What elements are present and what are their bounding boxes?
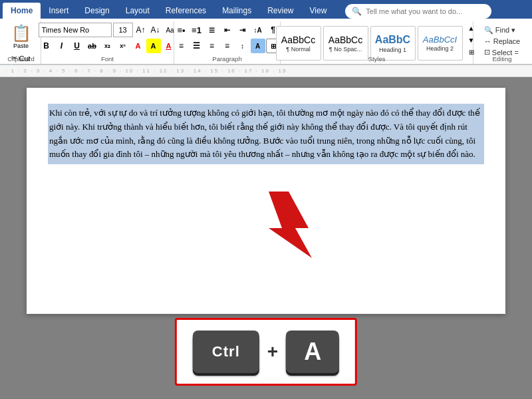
svg-marker-0 xyxy=(269,192,312,258)
tab-view[interactable]: View xyxy=(302,3,335,19)
multilevel-button[interactable]: ☰ xyxy=(205,23,219,37)
select-icon: ⊡ xyxy=(484,48,490,57)
tab-review[interactable]: Review xyxy=(259,3,301,19)
ribbon-group-paragraph: ≡• ≡1 ☰ ⇤ ⇥ ↕A ¶ ≡ ☰ ≡ ≡ ↕ A ⊞ Paragraph xyxy=(174,21,281,64)
increase-indent-button[interactable]: ⇥ xyxy=(235,23,250,37)
ribbon-group-clipboard: 📋 Paste ✂ Cut 📄 Copy 🖌 Clipboard xyxy=(1,21,41,64)
numbering-button[interactable]: ≡1 xyxy=(190,23,204,37)
replace-icon: ↔ xyxy=(484,37,491,45)
bullets-button[interactable]: ≡• xyxy=(174,23,189,37)
font-name-input[interactable] xyxy=(39,23,112,37)
font-grow-button[interactable]: A↑ xyxy=(134,23,148,37)
line-spacing-button[interactable]: ↕ xyxy=(235,39,250,53)
ctrl-key: Ctrl xyxy=(193,331,259,373)
shading-button[interactable]: A xyxy=(251,39,265,53)
style-h2-preview: AaBbCcI xyxy=(423,35,457,45)
tab-references[interactable]: References xyxy=(158,3,214,19)
styles-group-label: Styles xyxy=(368,55,386,63)
document-area: Khi còn trẻ, với sự tự do và trí tưởng t… xyxy=(0,77,532,399)
superscript-button[interactable]: xⁿ xyxy=(116,39,130,53)
align-left-button[interactable]: ≡ xyxy=(174,39,189,53)
plus-symbol: + xyxy=(267,341,278,362)
editing-group-label: Editing xyxy=(492,55,511,63)
document-page[interactable]: Khi còn trẻ, với sự tự do và trí tưởng t… xyxy=(27,88,505,314)
font-group-label: Font xyxy=(101,55,114,63)
document-text: Khi còn trẻ, với sự tự do và trí tưởng t… xyxy=(48,104,484,164)
italic-button[interactable]: I xyxy=(55,39,69,53)
tab-mailings[interactable]: Mailings xyxy=(214,3,259,19)
style-no-spacing[interactable]: AaBbCc ¶ No Spac... xyxy=(323,26,368,61)
style-h2-label: Heading 2 xyxy=(426,45,454,52)
paragraph-group-label: Paragraph xyxy=(212,55,241,63)
style-h1-label: Heading 1 xyxy=(379,47,406,53)
ruler-inner: · 1 · 2 · 3 · 4 · 5 · 6 · 7 · 8 · 9 · 10… xyxy=(5,68,527,74)
align-center-button[interactable]: ☰ xyxy=(190,39,204,53)
font-shrink-button[interactable]: A↓ xyxy=(149,23,162,37)
clipboard-group-label: Clipboard xyxy=(7,55,35,63)
font-size-input[interactable] xyxy=(113,23,133,37)
shortcut-box: Ctrl + A xyxy=(175,318,357,386)
underline-button[interactable]: U xyxy=(70,39,84,53)
find-icon: 🔍 xyxy=(484,26,493,35)
tab-home[interactable]: Home xyxy=(3,3,41,19)
bold-button[interactable]: B xyxy=(39,39,54,53)
tab-insert[interactable]: Insert xyxy=(41,3,76,19)
highlight-button[interactable]: A xyxy=(146,39,161,53)
style-normal-label: ¶ Normal xyxy=(286,46,310,53)
style-normal-preview: AaBbCc xyxy=(281,35,315,45)
arrow-overlay xyxy=(249,192,335,261)
paste-icon: 📋 xyxy=(11,24,31,43)
ribbon-tabs: Home Insert Design Layout References Mai… xyxy=(0,0,532,19)
search-input[interactable] xyxy=(366,7,485,15)
text-effect-button[interactable]: A xyxy=(131,39,146,53)
format-row: B I U ab x₂ xⁿ A A A xyxy=(39,39,176,53)
paste-button[interactable]: 📋 Paste xyxy=(9,23,34,51)
ribbon-group-styles: AaBbCc ¶ Normal AaBbCc ¶ No Spac... AaBb… xyxy=(281,21,473,64)
justify-button[interactable]: ≡ xyxy=(220,39,235,53)
ribbon-group-editing: 🔍 Find ▾ ↔ Replace ⊡ Select = Editing xyxy=(473,21,531,64)
ribbon: 📋 Paste ✂ Cut 📄 Copy 🖌 Clipboard xyxy=(0,19,532,65)
sort-button[interactable]: ↕A xyxy=(251,23,265,37)
replace-button[interactable]: ↔ Replace xyxy=(481,37,523,46)
a-key: A xyxy=(286,331,339,373)
style-h1-preview: AaBbC xyxy=(375,34,410,46)
strikethrough-button[interactable]: ab xyxy=(85,39,100,53)
style-normal[interactable]: AaBbCc ¶ Normal xyxy=(276,26,321,61)
tab-design[interactable]: Design xyxy=(76,3,117,19)
tab-layout[interactable]: Layout xyxy=(118,3,158,19)
subscript-button[interactable]: x₂ xyxy=(100,39,115,53)
decrease-indent-button[interactable]: ⇤ xyxy=(220,23,235,37)
style-heading2[interactable]: AaBbCcI Heading 2 xyxy=(418,26,463,61)
style-nospacing-preview: AaBbCc xyxy=(329,35,362,45)
search-icon: 🔍 xyxy=(352,7,362,16)
style-nospacing-label: ¶ No Spac... xyxy=(329,46,362,53)
align-right-button[interactable]: ≡ xyxy=(205,39,219,53)
ribbon-group-font: A↑ A↓ Aa B I U ab x₂ xⁿ A A A Font xyxy=(41,21,174,64)
ruler: · 1 · 2 · 3 · 4 · 5 · 6 · 7 · 8 · 9 · 10… xyxy=(0,65,532,77)
find-button[interactable]: 🔍 Find ▾ xyxy=(481,25,518,35)
